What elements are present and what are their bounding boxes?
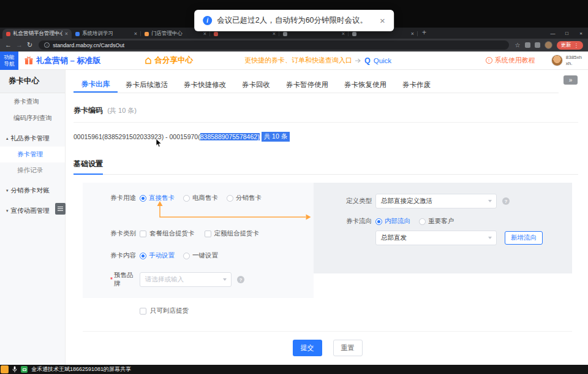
share-center-link[interactable]: 合分享中心 [145, 55, 193, 66]
favicon-icon [352, 32, 356, 36]
radio-icon [140, 195, 146, 202]
extension-icon[interactable] [525, 42, 530, 48]
window-close-button[interactable]: × [574, 28, 588, 39]
tab-close-icon[interactable]: × [203, 31, 206, 37]
sidebar-item-card-manage[interactable]: 券卡管理 [0, 147, 65, 162]
reload-icon[interactable]: ↻ [27, 42, 32, 48]
maximize-button[interactable]: □ [560, 28, 574, 39]
tab-card-pause[interactable]: 券卡暂停使用 [278, 77, 336, 93]
reset-button[interactable]: 重置 [333, 340, 363, 356]
add-flow-button[interactable]: 新增流向 [505, 231, 543, 245]
tutorial-link[interactable]: ! 系统使用教程 [486, 56, 535, 65]
code-selected-text: 8385889075578462) [200, 133, 260, 140]
share-center-icon [145, 57, 152, 64]
radio-key-customer[interactable]: 重要客户 [419, 217, 454, 226]
row-define-type: 定义类型 总部直接定义激活 ? [346, 194, 572, 208]
browser-tab-2[interactable]: 系统培训学习 × [72, 29, 141, 39]
minimize-button[interactable]: — [546, 28, 560, 39]
sidebar-collapse-toggle[interactable] [55, 203, 66, 215]
quick-entry[interactable]: 更快捷的券卡、订单和快递查询入口 Q Quick [244, 56, 391, 65]
nav-badge[interactable]: 功能 导航 [0, 52, 18, 70]
sidebar-item-op-log[interactable]: 操作记录 [0, 162, 65, 178]
browser-toolbar: ← → ↻ i standard.maboy.cn/CardsOut ☆ 更新 … [0, 39, 588, 52]
chevron-up-icon: ▴ [6, 136, 9, 141]
divider [74, 122, 578, 123]
microphone-icon[interactable] [12, 366, 17, 373]
row-flow-select: 总部直发 新增流向 [346, 231, 572, 245]
quick-text: 更快捷的券卡、订单和快递查询入口 [244, 56, 352, 65]
site-info-icon[interactable]: i [44, 42, 50, 48]
checkbox-package-combo[interactable]: 套餐组合提货卡 [140, 229, 195, 238]
username-line2: xh. [566, 61, 582, 67]
address-bar[interactable]: i standard.maboy.cn/CardsOut [39, 40, 508, 50]
back-icon[interactable]: ← [5, 42, 12, 48]
radio-label: 电商售卡 [192, 194, 218, 202]
code-section-count: (共 10 条) [107, 107, 137, 114]
meeting-toast: i 会议已超过2人，自动转为60分钟限时会议。 × [194, 10, 394, 31]
checkbox-store-pickup-only[interactable]: 只可到店提货 [140, 307, 588, 315]
panel-collapse-button[interactable]: » [564, 75, 578, 85]
bookmark-star-icon[interactable]: ☆ [515, 42, 521, 48]
define-type-select[interactable]: 总部直接定义激活 [375, 194, 497, 208]
tab-title: 礼盒营销平台管理中心 [13, 30, 62, 37]
tab-card-out[interactable]: 券卡出库 [74, 77, 118, 93]
radio-icon [183, 253, 190, 259]
tab-close-icon[interactable]: × [411, 31, 414, 37]
tab-close-icon[interactable]: × [134, 31, 137, 37]
help-icon[interactable]: ? [237, 276, 244, 283]
user-avatar[interactable] [551, 55, 563, 66]
radio-internal-flow[interactable]: 内部流向 [375, 217, 410, 226]
pointer-icon [355, 58, 361, 63]
gift-icon [24, 56, 33, 65]
favicon-icon [214, 32, 218, 36]
presale-brand-select[interactable]: 请选择或输入 [140, 272, 232, 287]
tab-card-resume[interactable]: 券卡恢复使用 [336, 77, 394, 93]
checkbox-icon [205, 231, 211, 237]
sidebar-group-distribution[interactable]: ▾ 分销券卡对账 [0, 182, 65, 199]
close-icon[interactable]: × [380, 15, 385, 26]
sidebar-group-label: 分销券卡对账 [11, 186, 50, 195]
screen: i 会议已超过2人，自动转为60分钟限时会议。 × 礼盒营销平台管理中心 × 系… [0, 0, 588, 374]
kebab-menu-icon[interactable]: ⋮ [574, 42, 579, 48]
radio-icon [140, 253, 146, 259]
radio-direct-sale[interactable]: 直接售卡 [140, 194, 175, 202]
tab-card-quick-edit[interactable]: 券卡快捷修改 [176, 77, 234, 93]
browser-profile-avatar[interactable] [545, 41, 552, 49]
tab-close-icon[interactable]: × [342, 31, 345, 37]
tab-card-recycle[interactable]: 券卡回收 [234, 77, 278, 93]
sidebar-item-code-query[interactable]: 编码序列查询 [0, 110, 65, 126]
forward-icon[interactable]: → [16, 42, 23, 48]
screen-share-label: 金禾通技术王斌18662591081的屏幕共享 [31, 365, 131, 373]
tab-card-void[interactable]: 券卡作废 [394, 77, 439, 93]
browser-tab-1[interactable]: 礼盒营销平台管理中心 × [2, 29, 72, 39]
window-controls: — □ × [546, 28, 588, 39]
sidebar-group-gift-card[interactable]: ▴ 礼品券卡管理 [0, 130, 65, 147]
deftype-label: 定义类型 [346, 197, 375, 205]
radio-label: 手动设置 [149, 251, 175, 260]
tab-card-activate[interactable]: 券卡后续激活 [118, 77, 176, 93]
sidebar-item-card-query[interactable]: 券卡查询 [0, 93, 65, 110]
radio-ecommerce-sale[interactable]: 电商售卡 [183, 194, 218, 202]
brand-label: * 预售品牌 [110, 271, 140, 288]
category-label: 券卡类别 [110, 229, 140, 238]
flow-direction-select[interactable]: 总部直发 [375, 231, 497, 245]
radio-one-key-setting[interactable]: 一键设置 [183, 251, 218, 260]
screen-share-bar: 金禾通技术王斌18662591081的屏幕共享 [0, 365, 588, 374]
extensions-menu-icon[interactable] [535, 42, 540, 48]
checkbox-fixed-combo[interactable]: 定额组合提货卡 [205, 229, 260, 238]
browser-update-button[interactable]: 更新 ⋮ [557, 41, 584, 50]
radio-distribution-sale[interactable]: 分销售卡 [227, 194, 262, 202]
chevron-down-icon [488, 200, 492, 202]
select-placeholder: 请选择或输入 [145, 275, 184, 284]
tab-close-icon[interactable]: × [65, 31, 68, 37]
sidebar-group-label: 礼品券卡管理 [11, 134, 50, 143]
submit-button[interactable]: 提交 [293, 340, 322, 356]
basic-settings-title: 基础设置 [74, 159, 103, 175]
chevron-down-icon: ▾ [6, 188, 9, 193]
radio-label: 内部流向 [385, 217, 410, 226]
row-card-category: 券卡类别 套餐组合提货卡 定额组合提货卡 [110, 229, 314, 238]
tab-close-icon[interactable]: × [273, 31, 276, 37]
help-icon[interactable]: ? [502, 197, 510, 205]
new-tab-button[interactable]: + [422, 28, 426, 37]
radio-manual-setting[interactable]: 手动设置 [140, 251, 175, 260]
